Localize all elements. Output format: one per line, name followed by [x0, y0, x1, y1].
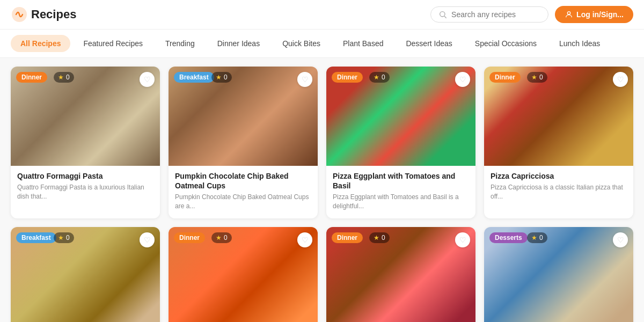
tab-plantbased[interactable]: Plant Based: [333, 35, 393, 52]
recipe-rating: ★ 0: [527, 232, 547, 243]
card-image: Breakfast ★ 0 ♡: [11, 227, 160, 322]
recipe-card[interactable]: Desserts ★ 0 ♡ French Macarons Delicate …: [484, 227, 633, 322]
main-content: Dinner ★ 0 ♡ Quattro Formaggi Pasta Quat…: [0, 58, 644, 322]
header-right: Log in/Sign...: [430, 6, 633, 23]
card-image: Desserts ★ 0 ♡: [484, 227, 633, 322]
recipe-rating: ★ 0: [211, 232, 232, 243]
recipe-title: Pumpkin Chocolate Chip Baked Oatmeal Cup…: [175, 171, 311, 191]
search-input[interactable]: [451, 10, 540, 19]
tab-lunch[interactable]: Lunch Ideas: [550, 35, 610, 52]
recipe-tag: Dinner: [174, 232, 205, 243]
card-image: Dinner ★ 0 ♡: [326, 227, 475, 322]
search-box[interactable]: [430, 6, 548, 23]
favorite-button[interactable]: ♡: [455, 232, 470, 247]
card-body: Pizza Eggplant with Tomatoes and Basil P…: [326, 166, 475, 218]
tab-featured[interactable]: Featured Recipes: [74, 35, 152, 52]
recipe-title: Pizza Capricciosa: [491, 171, 627, 181]
star-icon: ★: [216, 74, 222, 81]
recipe-rating: ★ 0: [54, 232, 74, 243]
star-icon: ★: [374, 234, 379, 241]
svg-point-1: [440, 12, 445, 17]
search-icon: [438, 10, 447, 19]
recipe-title: Quattro Formaggi Pasta: [17, 171, 153, 181]
logo-icon: [11, 6, 28, 23]
tab-dessert[interactable]: Dessert Ideas: [396, 35, 462, 52]
login-button[interactable]: Log in/Sign...: [555, 6, 633, 23]
recipe-tag: Dinner: [332, 232, 363, 243]
recipe-card[interactable]: Dinner ★ 0 ♡ Pizza Capricciosa Pizza Cap…: [484, 67, 633, 218]
recipe-tag: Dinner: [489, 72, 521, 83]
card-image: Dinner ★ 0 ♡: [11, 67, 160, 166]
star-icon: ★: [216, 234, 222, 241]
recipe-description: Pizza Capricciosa is a classic Italian p…: [491, 183, 627, 201]
recipe-title: Pizza Eggplant with Tomatoes and Basil: [333, 171, 469, 191]
rating-value: 0: [224, 234, 228, 241]
star-icon: ★: [58, 234, 64, 241]
logo-text: Recipes: [31, 8, 76, 21]
recipe-rating: ★ 0: [54, 72, 74, 83]
favorite-button[interactable]: ♡: [297, 232, 312, 247]
recipe-card[interactable]: Breakfast ★ 0 ♡ Pumpkin Chocolate Chip B…: [169, 67, 318, 218]
recipe-card[interactable]: Breakfast ★ 0 ♡ Breakfasts A delicious b…: [11, 227, 160, 322]
card-body: Pizza Capricciosa Pizza Capricciosa is a…: [484, 166, 633, 209]
card-image: Dinner ★ 0 ♡: [484, 67, 633, 166]
recipe-grid: Dinner ★ 0 ♡ Quattro Formaggi Pasta Quat…: [0, 58, 644, 322]
recipe-description: Quattro Formaggi Pasta is a luxurious It…: [17, 183, 153, 201]
recipe-tag: Dinner: [332, 72, 363, 83]
rating-value: 0: [539, 74, 543, 81]
star-icon: ★: [374, 74, 379, 81]
recipe-rating: ★ 0: [369, 232, 390, 243]
svg-point-3: [567, 12, 570, 14]
header: Recipes Log in/Sign...: [0, 0, 644, 30]
recipe-tag: Dinner: [16, 72, 47, 83]
svg-line-2: [444, 16, 447, 18]
user-icon: [565, 10, 573, 19]
recipe-card[interactable]: Dinner ★ 0 ♡ Hearty Meat Stew A warm and…: [326, 227, 475, 322]
recipe-card[interactable]: Dinner ★ 0 ♡ Spicy Shrimp Noodles A flav…: [169, 227, 318, 322]
recipe-description: Pumpkin Chocolate Chip Baked Oatmeal Cup…: [175, 193, 311, 211]
recipe-tag: Breakfast: [16, 232, 56, 243]
recipe-card[interactable]: Dinner ★ 0 ♡ Quattro Formaggi Pasta Quat…: [11, 67, 160, 218]
favorite-button[interactable]: ♡: [613, 232, 628, 247]
favorite-button[interactable]: ♡: [613, 72, 628, 87]
recipe-rating: ★ 0: [369, 72, 390, 83]
recipe-rating: ★ 0: [211, 72, 232, 83]
rating-value: 0: [539, 234, 543, 241]
favorite-button[interactable]: ♡: [140, 232, 155, 247]
tab-all[interactable]: All Recipes: [11, 35, 70, 52]
card-body: Quattro Formaggi Pasta Quattro Formaggi …: [11, 166, 160, 209]
recipe-tag: Breakfast: [174, 72, 214, 83]
tab-dinner[interactable]: Dinner Ideas: [208, 35, 269, 52]
tab-quickbites[interactable]: Quick Bites: [273, 35, 330, 52]
star-icon: ★: [58, 74, 64, 81]
card-image: Dinner ★ 0 ♡: [169, 227, 318, 322]
tab-trending[interactable]: Trending: [156, 35, 204, 52]
favorite-button[interactable]: ♡: [140, 72, 155, 87]
favorite-button[interactable]: ♡: [297, 72, 312, 87]
favorite-button[interactable]: ♡: [455, 72, 470, 87]
recipe-tag: Desserts: [489, 232, 528, 243]
recipe-rating: ★ 0: [527, 72, 547, 83]
logo: Recipes: [11, 6, 76, 23]
nav-tabs: All RecipesFeatured RecipesTrendingDinne…: [0, 30, 644, 58]
rating-value: 0: [66, 74, 70, 81]
rating-value: 0: [66, 234, 70, 241]
star-icon: ★: [531, 74, 537, 81]
star-icon: ★: [531, 234, 537, 241]
card-body: Pumpkin Chocolate Chip Baked Oatmeal Cup…: [169, 166, 318, 218]
recipe-description: Pizza Eggplant with Tomatoes and Basil i…: [333, 193, 469, 211]
card-image: Breakfast ★ 0 ♡: [169, 67, 318, 166]
rating-value: 0: [382, 234, 385, 241]
recipe-card[interactable]: Dinner ★ 0 ♡ Pizza Eggplant with Tomatoe…: [326, 67, 475, 218]
card-image: Dinner ★ 0 ♡: [326, 67, 475, 166]
rating-value: 0: [382, 74, 385, 81]
rating-value: 0: [224, 74, 228, 81]
tab-special[interactable]: Special Occasions: [465, 35, 546, 52]
